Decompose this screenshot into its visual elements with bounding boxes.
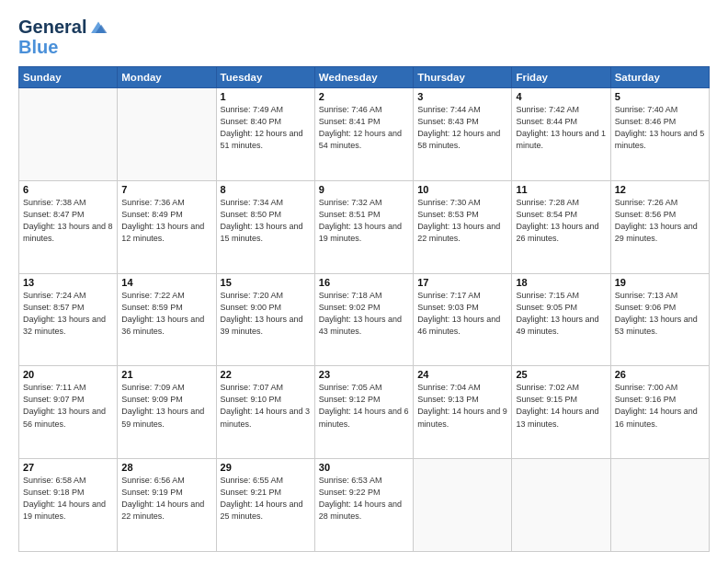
- weekday-header-wednesday: Wednesday: [314, 67, 413, 88]
- calendar-cell: 7Sunrise: 7:36 AM Sunset: 8:49 PM Daylig…: [118, 180, 216, 273]
- calendar-table: SundayMondayTuesdayWednesdayThursdayFrid…: [18, 66, 710, 552]
- calendar-cell: 29Sunrise: 6:55 AM Sunset: 9:21 PM Dayli…: [216, 459, 314, 552]
- week-row-5: 27Sunrise: 6:58 AM Sunset: 9:18 PM Dayli…: [19, 459, 710, 552]
- day-info: Sunrise: 6:53 AM Sunset: 9:22 PM Dayligh…: [319, 475, 409, 523]
- logo-text-general: General: [18, 17, 86, 37]
- calendar-cell: [19, 88, 118, 181]
- weekday-header-row: SundayMondayTuesdayWednesdayThursdayFrid…: [19, 67, 710, 88]
- day-info: Sunrise: 7:17 AM Sunset: 9:03 PM Dayligh…: [417, 290, 507, 338]
- calendar-cell: 20Sunrise: 7:11 AM Sunset: 9:07 PM Dayli…: [19, 366, 118, 459]
- day-number: 26: [615, 369, 705, 380]
- day-info: Sunrise: 7:18 AM Sunset: 9:02 PM Dayligh…: [319, 290, 409, 338]
- day-number: 10: [417, 184, 507, 195]
- day-info: Sunrise: 7:28 AM Sunset: 8:54 PM Dayligh…: [516, 197, 606, 245]
- logo-text-blue: Blue: [18, 37, 58, 57]
- day-info: Sunrise: 7:15 AM Sunset: 9:05 PM Dayligh…: [516, 290, 606, 338]
- logo-icon: [88, 17, 108, 37]
- day-number: 5: [615, 91, 705, 102]
- day-number: 30: [319, 462, 409, 473]
- weekday-header-friday: Friday: [512, 67, 610, 88]
- day-info: Sunrise: 7:49 AM Sunset: 8:40 PM Dayligh…: [221, 104, 311, 152]
- day-number: 9: [319, 184, 409, 195]
- day-number: 29: [221, 462, 311, 473]
- day-number: 14: [121, 277, 211, 288]
- day-number: 25: [516, 369, 606, 380]
- day-number: 28: [121, 462, 211, 473]
- day-number: 12: [615, 184, 705, 195]
- day-number: 7: [121, 184, 211, 195]
- calendar-cell: 19Sunrise: 7:13 AM Sunset: 9:06 PM Dayli…: [610, 273, 709, 366]
- calendar-cell: 30Sunrise: 6:53 AM Sunset: 9:22 PM Dayli…: [314, 459, 413, 552]
- day-number: 20: [23, 369, 113, 380]
- day-info: Sunrise: 7:22 AM Sunset: 8:59 PM Dayligh…: [121, 290, 211, 338]
- day-info: Sunrise: 7:36 AM Sunset: 8:49 PM Dayligh…: [121, 197, 211, 245]
- day-info: Sunrise: 7:04 AM Sunset: 9:13 PM Dayligh…: [417, 382, 507, 430]
- calendar-cell: 5Sunrise: 7:40 AM Sunset: 8:46 PM Daylig…: [610, 88, 709, 181]
- logo: General Blue: [18, 17, 108, 57]
- day-number: 16: [319, 277, 409, 288]
- calendar-cell: 25Sunrise: 7:02 AM Sunset: 9:15 PM Dayli…: [512, 366, 610, 459]
- day-number: 11: [516, 184, 606, 195]
- calendar-cell: 18Sunrise: 7:15 AM Sunset: 9:05 PM Dayli…: [512, 273, 610, 366]
- day-number: 21: [121, 369, 211, 380]
- day-number: 24: [417, 369, 507, 380]
- calendar-cell: 22Sunrise: 7:07 AM Sunset: 9:10 PM Dayli…: [216, 366, 314, 459]
- weekday-header-tuesday: Tuesday: [216, 67, 314, 88]
- calendar-cell: [512, 459, 610, 552]
- day-info: Sunrise: 7:32 AM Sunset: 8:51 PM Dayligh…: [319, 197, 409, 245]
- weekday-header-monday: Monday: [118, 67, 216, 88]
- calendar-cell: 11Sunrise: 7:28 AM Sunset: 8:54 PM Dayli…: [512, 180, 610, 273]
- calendar-cell: 28Sunrise: 6:56 AM Sunset: 9:19 PM Dayli…: [118, 459, 216, 552]
- day-info: Sunrise: 7:05 AM Sunset: 9:12 PM Dayligh…: [319, 382, 409, 430]
- day-number: 22: [221, 369, 311, 380]
- calendar-cell: [118, 88, 216, 181]
- day-number: 3: [417, 91, 507, 102]
- day-number: 15: [221, 277, 311, 288]
- calendar-cell: [414, 459, 512, 552]
- day-info: Sunrise: 7:09 AM Sunset: 9:09 PM Dayligh…: [121, 382, 211, 430]
- day-number: 4: [516, 91, 606, 102]
- calendar-cell: 21Sunrise: 7:09 AM Sunset: 9:09 PM Dayli…: [118, 366, 216, 459]
- day-number: 18: [516, 277, 606, 288]
- calendar-cell: 12Sunrise: 7:26 AM Sunset: 8:56 PM Dayli…: [610, 180, 709, 273]
- calendar-cell: 2Sunrise: 7:46 AM Sunset: 8:41 PM Daylig…: [314, 88, 413, 181]
- day-info: Sunrise: 7:34 AM Sunset: 8:50 PM Dayligh…: [221, 197, 311, 245]
- calendar-cell: 9Sunrise: 7:32 AM Sunset: 8:51 PM Daylig…: [314, 180, 413, 273]
- day-info: Sunrise: 7:26 AM Sunset: 8:56 PM Dayligh…: [615, 197, 705, 245]
- week-row-1: 1Sunrise: 7:49 AM Sunset: 8:40 PM Daylig…: [19, 88, 710, 181]
- week-row-4: 20Sunrise: 7:11 AM Sunset: 9:07 PM Dayli…: [19, 366, 710, 459]
- day-info: Sunrise: 7:00 AM Sunset: 9:16 PM Dayligh…: [615, 382, 705, 430]
- day-number: 2: [319, 91, 409, 102]
- calendar-cell: 26Sunrise: 7:00 AM Sunset: 9:16 PM Dayli…: [610, 366, 709, 459]
- calendar-cell: 16Sunrise: 7:18 AM Sunset: 9:02 PM Dayli…: [314, 273, 413, 366]
- day-info: Sunrise: 7:30 AM Sunset: 8:53 PM Dayligh…: [417, 197, 507, 245]
- calendar-cell: 23Sunrise: 7:05 AM Sunset: 9:12 PM Dayli…: [314, 366, 413, 459]
- day-info: Sunrise: 7:20 AM Sunset: 9:00 PM Dayligh…: [221, 290, 311, 338]
- day-number: 27: [23, 462, 113, 473]
- calendar-cell: [610, 459, 709, 552]
- calendar-cell: 3Sunrise: 7:44 AM Sunset: 8:43 PM Daylig…: [414, 88, 512, 181]
- weekday-header-thursday: Thursday: [414, 67, 512, 88]
- calendar-cell: 14Sunrise: 7:22 AM Sunset: 8:59 PM Dayli…: [118, 273, 216, 366]
- calendar-cell: 8Sunrise: 7:34 AM Sunset: 8:50 PM Daylig…: [216, 180, 314, 273]
- day-number: 19: [615, 277, 705, 288]
- day-number: 1: [221, 91, 311, 102]
- day-info: Sunrise: 7:46 AM Sunset: 8:41 PM Dayligh…: [319, 104, 409, 152]
- calendar-cell: 6Sunrise: 7:38 AM Sunset: 8:47 PM Daylig…: [19, 180, 118, 273]
- day-info: Sunrise: 6:56 AM Sunset: 9:19 PM Dayligh…: [121, 475, 211, 523]
- day-info: Sunrise: 7:38 AM Sunset: 8:47 PM Dayligh…: [23, 197, 113, 245]
- day-info: Sunrise: 7:40 AM Sunset: 8:46 PM Dayligh…: [615, 104, 705, 152]
- day-info: Sunrise: 7:11 AM Sunset: 9:07 PM Dayligh…: [23, 382, 113, 430]
- calendar-cell: 4Sunrise: 7:42 AM Sunset: 8:44 PM Daylig…: [512, 88, 610, 181]
- calendar-cell: 24Sunrise: 7:04 AM Sunset: 9:13 PM Dayli…: [414, 366, 512, 459]
- calendar-cell: 1Sunrise: 7:49 AM Sunset: 8:40 PM Daylig…: [216, 88, 314, 181]
- day-number: 8: [221, 184, 311, 195]
- calendar-cell: 10Sunrise: 7:30 AM Sunset: 8:53 PM Dayli…: [414, 180, 512, 273]
- calendar-cell: 17Sunrise: 7:17 AM Sunset: 9:03 PM Dayli…: [414, 273, 512, 366]
- day-number: 23: [319, 369, 409, 380]
- day-info: Sunrise: 7:24 AM Sunset: 8:57 PM Dayligh…: [23, 290, 113, 338]
- day-info: Sunrise: 7:42 AM Sunset: 8:44 PM Dayligh…: [516, 104, 606, 152]
- calendar-cell: 27Sunrise: 6:58 AM Sunset: 9:18 PM Dayli…: [19, 459, 118, 552]
- weekday-header-sunday: Sunday: [19, 67, 118, 88]
- week-row-3: 13Sunrise: 7:24 AM Sunset: 8:57 PM Dayli…: [19, 273, 710, 366]
